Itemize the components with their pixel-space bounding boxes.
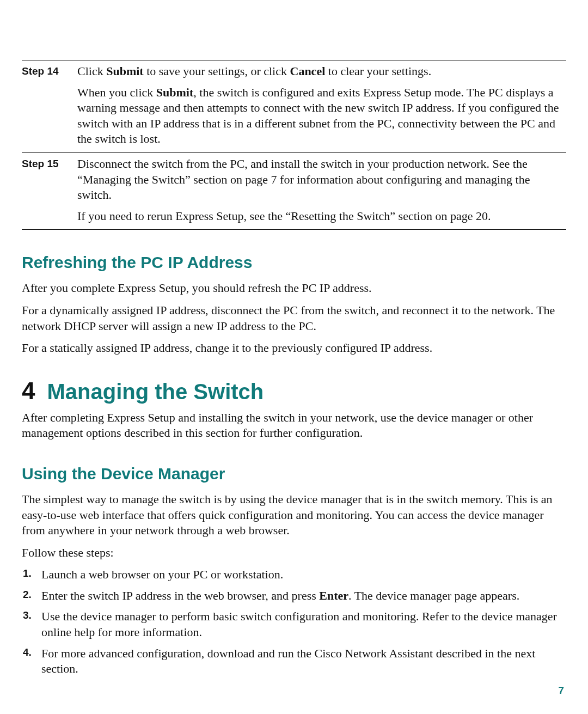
- steps-table: Step 14 Click Submit to save your settin…: [22, 60, 566, 230]
- step-15-label: Step 15: [22, 153, 75, 229]
- list-number: 4.: [23, 646, 32, 660]
- refreshing-ip-para-2: For a dynamically assigned IP address, d…: [22, 303, 566, 334]
- bold-text: Cancel: [290, 64, 326, 78]
- bold-text: Submit: [106, 64, 143, 78]
- text: Click: [77, 64, 106, 78]
- chapter-title: Managing the Switch: [47, 380, 264, 404]
- page-number: 7: [558, 684, 564, 698]
- bold-text: Enter: [319, 589, 348, 602]
- chapter-intro: After completing Express Setup and insta…: [22, 410, 566, 441]
- step-15-row: Step 15 Disconnect the switch from the P…: [22, 152, 566, 229]
- device-manager-para-2: Follow these steps:: [22, 545, 566, 561]
- device-manager-para-1: The simplest way to manage the switch is…: [22, 492, 566, 539]
- bold-text: Submit: [156, 86, 193, 99]
- text: . The device manager page appears.: [348, 589, 519, 602]
- list-number: 1.: [23, 567, 32, 581]
- chapter-heading: 4 Managing the Switch: [22, 379, 566, 404]
- list-item: 1. Launch a web browser on your PC or wo…: [22, 567, 566, 583]
- list-item: 3. Use the device manager to perform bas…: [22, 609, 566, 640]
- step-14-para-2: When you click Submit, the switch is con…: [77, 85, 564, 147]
- list-text: Enter the switch IP address in the web b…: [41, 589, 519, 602]
- step-14-para-1: Click Submit to save your settings, or c…: [77, 64, 564, 80]
- chapter-number: 4: [22, 379, 35, 403]
- list-number: 2.: [23, 588, 32, 602]
- step-14-row: Step 14 Click Submit to save your settin…: [22, 60, 566, 152]
- text: Enter the switch IP address in the web b…: [41, 589, 319, 602]
- list-text: For more advanced configuration, downloa…: [41, 646, 535, 676]
- step-15-para-2: If you need to rerun Express Setup, see …: [77, 209, 564, 224]
- refreshing-ip-para-3: For a statically assigned IP address, ch…: [22, 340, 566, 356]
- list-item: 4. For more advanced configuration, down…: [22, 646, 566, 677]
- text: to save your settings, or click: [144, 64, 290, 78]
- heading-refreshing-ip: Refreshing the PC IP Address: [22, 252, 566, 273]
- step-14-content: Click Submit to save your settings, or c…: [75, 60, 566, 152]
- text: to clear your settings.: [325, 64, 431, 78]
- list-item: 2. Enter the switch IP address in the we…: [22, 588, 566, 604]
- step-15-para-1: Disconnect the switch from the PC, and i…: [77, 156, 564, 203]
- step-15-content: Disconnect the switch from the PC, and i…: [75, 153, 566, 229]
- refreshing-ip-para-1: After you complete Express Setup, you sh…: [22, 280, 566, 296]
- list-number: 3.: [23, 609, 32, 623]
- document-page: Step 14 Click Submit to save your settin…: [0, 0, 588, 714]
- heading-device-manager: Using the Device Manager: [22, 463, 566, 484]
- list-text: Launch a web browser on your PC or works…: [41, 567, 283, 581]
- text: When you click: [77, 86, 156, 99]
- device-manager-steps-list: 1. Launch a web browser on your PC or wo…: [22, 567, 566, 677]
- list-text: Use the device manager to perform basic …: [41, 609, 557, 639]
- step-14-label: Step 14: [22, 60, 75, 152]
